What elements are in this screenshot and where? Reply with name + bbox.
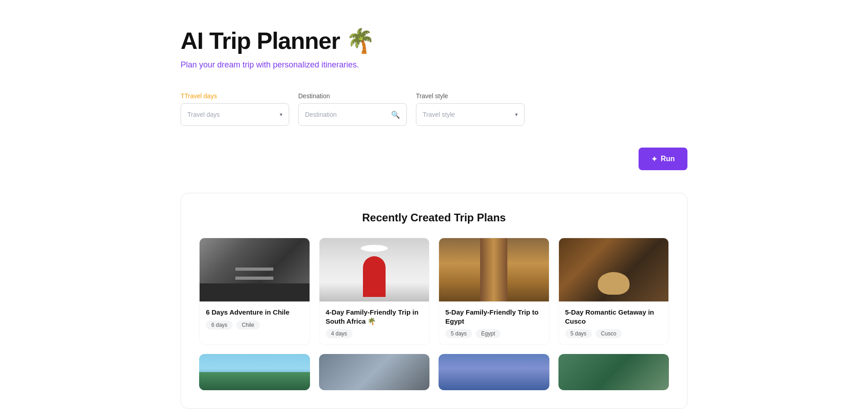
- card-tags-1: 6 days Chile: [206, 320, 303, 330]
- travel-days-select[interactable]: Travel days ▾: [181, 103, 289, 126]
- destination-input-wrapper[interactable]: 🔍: [298, 103, 407, 126]
- bottom-cards-row: [199, 354, 669, 390]
- travel-days-value: Travel days: [187, 111, 220, 118]
- tag-destination: Egypt: [476, 329, 501, 338]
- card-image-3: [439, 238, 549, 301]
- travel-style-label: Travel style: [416, 92, 525, 100]
- app-title: AI Trip Planner 🌴: [181, 27, 687, 55]
- tag-days: 6 days: [206, 320, 233, 330]
- card-image-1: [200, 238, 310, 301]
- tag-destination: Cusco: [596, 329, 622, 338]
- card-tags-4: 5 days Cusco: [565, 329, 663, 338]
- travel-style-value: Travel style: [423, 111, 455, 118]
- tag-days: 5 days: [445, 329, 472, 338]
- card-image-2: [320, 238, 429, 301]
- card-body-1: 6 Days Adventure in Chile 6 days Chile: [200, 301, 310, 336]
- travel-days-label: TTravel days: [181, 92, 289, 100]
- bottom-card-2[interactable]: [319, 354, 430, 390]
- card-tags-2: 4 days: [326, 329, 423, 338]
- tag-days: 4 days: [326, 329, 353, 338]
- chevron-down-icon: ▾: [280, 111, 282, 118]
- card-title-4: 5-Day Romantic Getaway in Cusco: [565, 308, 663, 325]
- tag-destination: Chile: [236, 320, 259, 330]
- trip-cards-grid: 6 Days Adventure in Chile 6 days Chile 4…: [199, 238, 669, 345]
- tag-days: 5 days: [565, 329, 592, 338]
- chevron-down-icon: ▾: [515, 111, 518, 118]
- travel-style-group: Travel style Travel style ▾: [416, 92, 525, 126]
- trip-card[interactable]: 5-Day Romantic Getaway in Cusco 5 days C…: [558, 238, 669, 345]
- card-title-1: 6 Days Adventure in Chile: [206, 308, 303, 317]
- bottom-card-1[interactable]: [199, 354, 310, 390]
- card-title-2: 4-Day Family-Friendly Trip in South Afri…: [326, 308, 423, 325]
- form-section: TTravel days Travel days ▾ Destination 🔍…: [181, 92, 687, 126]
- app-subtitle: Plan your dream trip with personalized i…: [181, 60, 687, 70]
- sparkle-icon: ✦: [651, 155, 657, 163]
- travel-style-select[interactable]: Travel style ▾: [416, 103, 525, 126]
- card-tags-3: 5 days Egypt: [445, 329, 543, 338]
- travel-days-group: TTravel days Travel days ▾: [181, 92, 289, 126]
- card-image-4: [559, 238, 669, 301]
- card-body-2: 4-Day Family-Friendly Trip in South Afri…: [320, 301, 429, 344]
- recent-title: Recently Created Trip Plans: [199, 211, 669, 224]
- trip-card[interactable]: 4-Day Family-Friendly Trip in South Afri…: [319, 238, 430, 345]
- label-highlight: T: [181, 92, 185, 100]
- run-label: Run: [661, 155, 675, 163]
- run-button[interactable]: ✦ Run: [639, 148, 687, 170]
- run-section: ✦ Run: [181, 144, 687, 170]
- recent-section: Recently Created Trip Plans 6 Days Adven…: [181, 193, 687, 409]
- destination-input[interactable]: [305, 111, 387, 118]
- trip-card[interactable]: 5-Day Family-Friendly Trip to Egypt 5 da…: [439, 238, 549, 345]
- hero-section: AI Trip Planner 🌴 Plan your dream trip w…: [181, 27, 687, 70]
- bottom-card-3[interactable]: [439, 354, 549, 390]
- bottom-card-4[interactable]: [558, 354, 669, 390]
- card-body-4: 5-Day Romantic Getaway in Cusco 5 days C…: [559, 301, 669, 344]
- destination-group: Destination 🔍: [298, 92, 407, 126]
- trip-card[interactable]: 6 Days Adventure in Chile 6 days Chile: [199, 238, 310, 345]
- search-icon: 🔍: [391, 110, 400, 119]
- card-body-3: 5-Day Family-Friendly Trip to Egypt 5 da…: [439, 301, 549, 344]
- destination-label: Destination: [298, 92, 407, 100]
- card-title-3: 5-Day Family-Friendly Trip to Egypt: [445, 308, 543, 325]
